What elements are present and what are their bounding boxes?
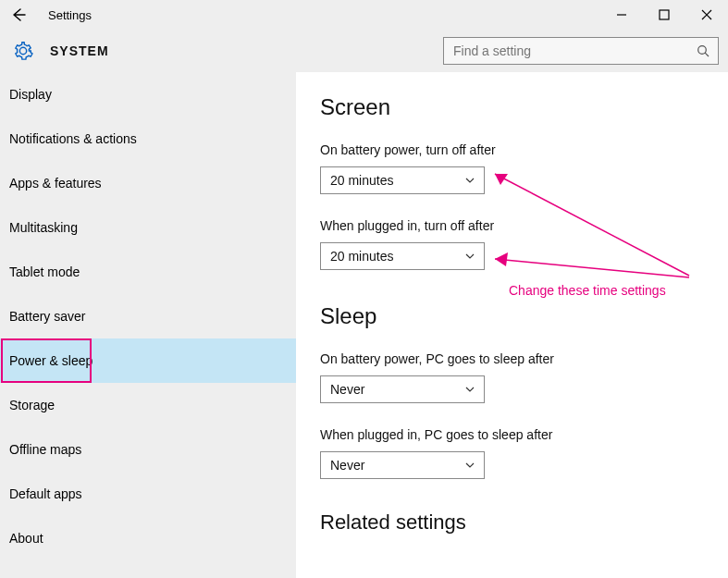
window-title: Settings	[37, 8, 600, 22]
sleep-plugged-value: Never	[330, 458, 364, 473]
sidebar-item-notifications[interactable]: Notifications & actions	[0, 117, 296, 161]
svg-rect-1	[660, 10, 669, 19]
title-bar: Settings	[0, 0, 728, 30]
sleep-battery-select[interactable]: Never	[320, 375, 485, 403]
maximize-button[interactable]	[643, 0, 685, 30]
sidebar: Display Notifications & actions Apps & f…	[0, 72, 296, 578]
sidebar-item-battery-saver[interactable]: Battery saver	[0, 294, 296, 338]
svg-line-8	[495, 259, 689, 277]
svg-marker-9	[495, 252, 508, 266]
annotation-text: Change these time settings	[509, 283, 666, 298]
sidebar-item-power-sleep[interactable]: Power & sleep	[0, 338, 296, 383]
related-heading: Related settings	[320, 510, 704, 535]
screen-heading: Screen	[320, 94, 704, 120]
sidebar-item-tablet-mode[interactable]: Tablet mode	[0, 250, 296, 294]
sidebar-item-label: Default apps	[9, 486, 82, 501]
sidebar-item-label: Multitasking	[9, 220, 78, 235]
svg-point-4	[698, 46, 707, 55]
chevron-down-icon	[463, 459, 476, 472]
sidebar-item-label: Battery saver	[9, 309, 85, 324]
search-icon	[696, 43, 710, 58]
gear-icon	[11, 39, 35, 63]
content-pane: Screen On battery power, turn off after …	[296, 72, 728, 578]
close-button[interactable]	[685, 0, 728, 30]
screen-battery-value: 20 minutes	[330, 173, 393, 188]
maximize-icon	[659, 9, 670, 20]
sidebar-item-label: Storage	[9, 398, 55, 412]
sidebar-item-apps-features[interactable]: Apps & features	[0, 161, 296, 205]
chevron-down-icon	[463, 383, 476, 396]
sidebar-item-label: Apps & features	[9, 176, 102, 191]
svg-line-5	[705, 53, 709, 56]
sidebar-item-display[interactable]: Display	[0, 72, 296, 117]
sidebar-item-label: Power & sleep	[9, 353, 93, 368]
minimize-icon	[616, 9, 627, 20]
sidebar-item-offline-maps[interactable]: Offline maps	[0, 427, 296, 472]
minimize-button[interactable]	[600, 0, 643, 30]
sidebar-item-label: Tablet mode	[9, 264, 80, 279]
sidebar-item-default-apps[interactable]: Default apps	[0, 472, 296, 516]
sleep-battery-value: Never	[330, 382, 364, 397]
chevron-down-icon	[463, 174, 476, 187]
arrow-left-icon	[10, 6, 27, 23]
screen-plugged-select[interactable]: 20 minutes	[320, 242, 485, 270]
sleep-plugged-label: When plugged in, PC goes to sleep after	[320, 427, 704, 442]
sidebar-item-about[interactable]: About	[0, 516, 296, 560]
screen-plugged-value: 20 minutes	[330, 249, 393, 264]
sleep-battery-label: On battery power, PC goes to sleep after	[320, 351, 704, 366]
search-input[interactable]	[453, 43, 696, 58]
back-button[interactable]	[0, 6, 37, 23]
sleep-heading: Sleep	[320, 303, 704, 329]
chevron-down-icon	[463, 250, 476, 263]
sidebar-item-multitasking[interactable]: Multitasking	[0, 205, 296, 250]
sidebar-item-label: About	[9, 531, 43, 546]
page-caption: SYSTEM	[50, 43, 109, 58]
header-bar: SYSTEM	[0, 30, 728, 72]
sidebar-item-label: Offline maps	[9, 442, 81, 457]
sidebar-item-storage[interactable]: Storage	[0, 383, 296, 427]
sleep-plugged-select[interactable]: Never	[320, 451, 485, 479]
sidebar-item-label: Display	[9, 87, 52, 102]
screen-battery-select[interactable]: 20 minutes	[320, 166, 485, 194]
sidebar-item-label: Notifications & actions	[9, 131, 137, 146]
search-box[interactable]	[443, 37, 719, 65]
close-icon	[701, 9, 712, 20]
